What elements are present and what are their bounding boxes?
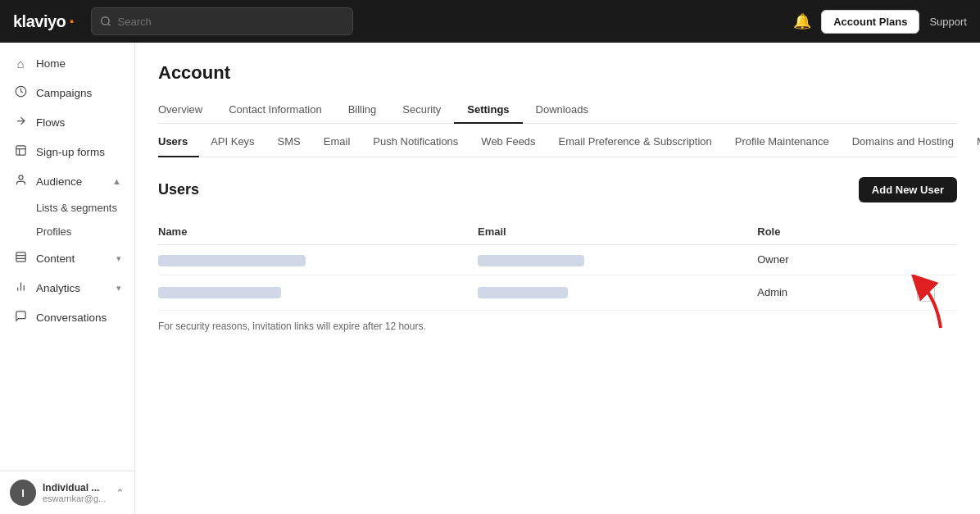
- content-area: Account Overview Contact Information Bil…: [135, 43, 980, 514]
- conversations-icon: [13, 310, 28, 325]
- tab-billing[interactable]: Billing: [335, 97, 390, 124]
- audience-submenu: Lists & segments Profiles: [0, 196, 134, 243]
- tab-sms[interactable]: SMS: [266, 127, 312, 157]
- chevron-down-icon: ▾: [116, 253, 121, 264]
- sidebar-item-signup-forms[interactable]: Sign-up forms: [0, 137, 134, 166]
- footer-email: eswarnkar@g...: [43, 494, 109, 503]
- svg-point-6: [19, 175, 23, 180]
- audience-icon: [13, 174, 28, 189]
- sidebar-item-audience[interactable]: Audience ▲: [0, 166, 134, 196]
- tabs-row2: Users API Keys SMS Email Push Notificati…: [158, 127, 957, 157]
- chevron-up-icon: ▲: [112, 176, 121, 186]
- home-icon: ⌂: [13, 57, 28, 71]
- logo-text: klaviyo: [13, 12, 66, 31]
- sidebar-item-lists-segments[interactable]: Lists & segments: [36, 196, 134, 220]
- security-note: For security reasons, invitation links w…: [158, 321, 957, 332]
- support-link[interactable]: Support: [929, 16, 967, 28]
- sidebar-item-label: Home: [36, 57, 66, 70]
- add-user-button[interactable]: Add New User: [859, 177, 957, 202]
- search-bar[interactable]: [91, 7, 353, 35]
- search-icon: [100, 16, 111, 27]
- tab-domains-hosting[interactable]: Domains and Hosting: [841, 127, 965, 157]
- analytics-icon: [13, 280, 28, 295]
- tab-users[interactable]: Users: [158, 127, 199, 157]
- sidebar-item-home[interactable]: ⌂ Home: [0, 49, 134, 78]
- tab-profile-maintenance[interactable]: Profile Maintenance: [724, 127, 841, 157]
- user-name-2: [158, 275, 478, 310]
- remove-user-button[interactable]: ✕: [917, 284, 935, 302]
- main-layout: ⌂ Home Campaigns Flows Sign-up forms: [0, 43, 980, 514]
- tab-more[interactable]: More ▾: [965, 127, 980, 157]
- tab-downloads[interactable]: Downloads: [523, 97, 601, 124]
- avatar: I: [10, 480, 36, 506]
- sidebar-nav: ⌂ Home Campaigns Flows Sign-up forms: [0, 43, 134, 471]
- users-section-header: Users Add New User: [158, 177, 957, 202]
- notification-bell[interactable]: 🔔: [793, 12, 811, 30]
- users-table: Name Email Role Owner: [158, 219, 957, 311]
- tab-overview[interactable]: Overview: [158, 97, 216, 124]
- table-row: Admin ✕: [158, 275, 957, 310]
- footer-user-info: Individual ... eswarnkar@g...: [43, 482, 109, 503]
- users-section-title: Users: [158, 181, 199, 198]
- user-role-1: Owner: [757, 245, 917, 275]
- svg-rect-7: [16, 252, 25, 262]
- svg-rect-3: [16, 146, 25, 155]
- blurred-email-2: [478, 287, 568, 298]
- user-action-2: ✕: [917, 275, 957, 310]
- tabs-row1: Overview Contact Information Billing Sec…: [158, 97, 957, 124]
- user-action-1: [917, 245, 957, 275]
- campaigns-icon: [13, 85, 28, 100]
- tab-settings[interactable]: Settings: [454, 97, 522, 124]
- sidebar-item-label: Content: [36, 252, 75, 265]
- svg-line-1: [107, 24, 110, 26]
- sidebar-item-label: Analytics: [36, 282, 80, 294]
- sidebar: ⌂ Home Campaigns Flows Sign-up forms: [0, 43, 135, 514]
- sidebar-item-conversations[interactable]: Conversations: [0, 302, 134, 332]
- svg-point-0: [101, 17, 108, 25]
- tab-web-feeds[interactable]: Web Feeds: [470, 127, 547, 157]
- user-role-2: Admin: [757, 275, 917, 310]
- chevron-down-icon: ▾: [116, 283, 121, 293]
- content-icon: [13, 251, 28, 266]
- content-inner: Account Overview Contact Information Bil…: [135, 43, 980, 352]
- blurred-email-1: [478, 255, 584, 266]
- logo: klaviyo·: [13, 11, 75, 31]
- footer-name: Individual ...: [43, 482, 109, 494]
- blurred-name-2: [158, 287, 281, 298]
- signup-forms-icon: [13, 144, 28, 159]
- col-header-role: Role: [757, 219, 917, 245]
- sidebar-item-label: Flows: [36, 116, 65, 129]
- user-name-1: [158, 245, 478, 275]
- tab-email[interactable]: Email: [312, 127, 362, 157]
- tab-push-notifications[interactable]: Push Notifications: [361, 127, 470, 157]
- sidebar-item-label: Conversations: [36, 312, 107, 324]
- logo-dot: ·: [69, 11, 74, 31]
- col-header-action: [917, 219, 957, 245]
- table-row: Owner: [158, 245, 957, 275]
- sidebar-item-label: Audience: [36, 175, 82, 188]
- page-title: Account: [158, 62, 957, 84]
- col-header-email: Email: [478, 219, 757, 245]
- user-email-1: [478, 245, 757, 275]
- sidebar-item-label: Campaigns: [36, 87, 92, 99]
- tab-api-keys[interactable]: API Keys: [199, 127, 265, 157]
- tab-security[interactable]: Security: [389, 97, 454, 124]
- col-header-name: Name: [158, 219, 478, 245]
- sidebar-item-content[interactable]: Content ▾: [0, 243, 134, 273]
- flows-icon: [13, 115, 28, 130]
- top-nav: klaviyo· 🔔 Account Plans Support: [0, 0, 980, 43]
- sidebar-item-flows[interactable]: Flows: [0, 107, 134, 137]
- account-plans-button[interactable]: Account Plans: [821, 10, 919, 34]
- search-input[interactable]: [118, 16, 344, 28]
- sidebar-item-label: Sign-up forms: [36, 146, 105, 158]
- sidebar-item-profiles[interactable]: Profiles: [36, 220, 134, 243]
- blurred-name-1: [158, 255, 306, 266]
- sidebar-footer[interactable]: I Individual ... eswarnkar@g... ⌃: [0, 471, 134, 514]
- sidebar-item-analytics[interactable]: Analytics ▾: [0, 273, 134, 302]
- tab-email-pref[interactable]: Email Preference & Subscription: [547, 127, 724, 157]
- sidebar-item-campaigns[interactable]: Campaigns: [0, 78, 134, 107]
- user-email-2: [478, 275, 757, 310]
- tab-contact-info[interactable]: Contact Information: [216, 97, 334, 124]
- topnav-right: 🔔 Account Plans Support: [793, 10, 967, 34]
- footer-chevron-icon: ⌃: [116, 487, 125, 499]
